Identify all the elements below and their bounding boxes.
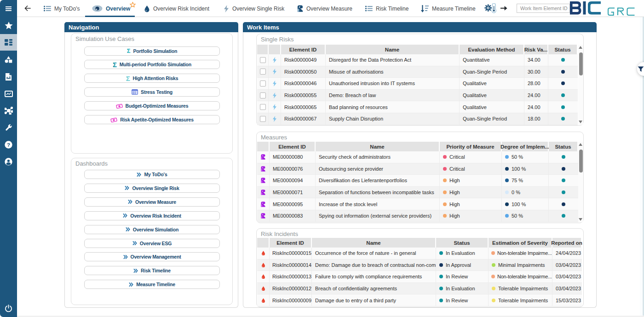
svg-text:?: ? [7,142,10,148]
